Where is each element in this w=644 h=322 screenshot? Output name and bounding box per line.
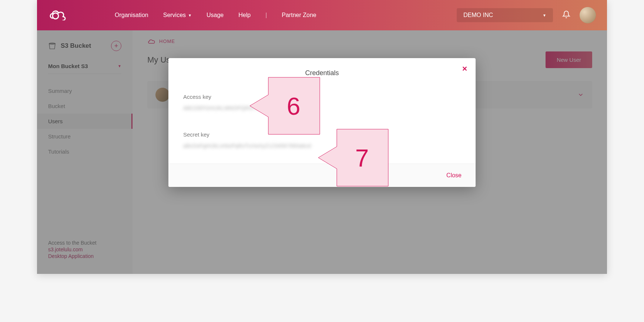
nav-divider: | bbox=[265, 12, 267, 19]
org-selected-label: DEMO INC bbox=[463, 12, 493, 19]
nav-partner-zone[interactable]: Partner Zone bbox=[282, 12, 316, 19]
access-key-value: ABCDEFGHIJKLMNOPQRSTUVWX bbox=[183, 105, 461, 111]
access-key-label: Access key bbox=[183, 94, 461, 100]
modal-overlay[interactable]: ✕ Credentials Access key ABCDEFGHIJKLMNO… bbox=[37, 30, 607, 274]
top-nav: Organisation Services ▼ Usage Help | Par… bbox=[115, 12, 316, 19]
notifications-icon[interactable] bbox=[562, 10, 570, 20]
credentials-modal: ✕ Credentials Access key ABCDEFGHIJKLMNO… bbox=[168, 58, 476, 187]
user-avatar[interactable] bbox=[580, 7, 596, 23]
logo-icon[interactable] bbox=[48, 9, 70, 22]
nav-help[interactable]: Help bbox=[238, 12, 251, 19]
nav-usage[interactable]: Usage bbox=[207, 12, 224, 19]
nav-services-label: Services bbox=[163, 12, 186, 19]
caret-down-icon: ▼ bbox=[188, 13, 192, 17]
close-button[interactable]: Close bbox=[446, 172, 462, 179]
svg-point-0 bbox=[53, 13, 58, 19]
nav-services[interactable]: Services ▼ bbox=[163, 12, 192, 19]
nav-organisation[interactable]: Organisation bbox=[115, 12, 148, 19]
secret-key-value: aBcDeFgHiJkLmNoPqRsTuVwXyZ1234567890abcd bbox=[183, 143, 461, 149]
caret-down-icon: ▼ bbox=[543, 13, 546, 17]
modal-close-button[interactable]: ✕ bbox=[462, 65, 467, 73]
org-selector[interactable]: DEMO INC ▼ bbox=[457, 8, 553, 22]
secret-key-label: Secret key bbox=[183, 131, 461, 138]
topbar: Organisation Services ▼ Usage Help | Par… bbox=[37, 0, 607, 30]
modal-title: Credentials bbox=[168, 58, 476, 84]
